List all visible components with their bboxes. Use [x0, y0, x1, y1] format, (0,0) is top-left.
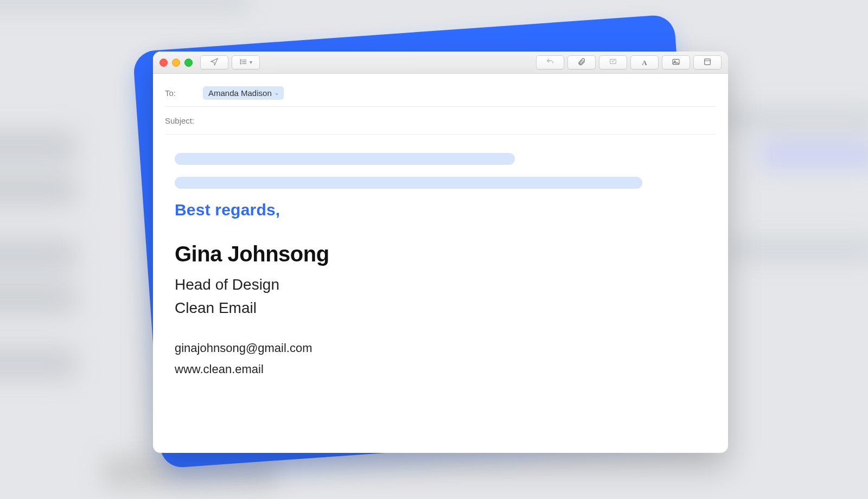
reply-button[interactable] [536, 55, 564, 69]
signature-email: ginajohnsong@gmail.com [175, 337, 706, 359]
compose-window: ▾ A [153, 52, 728, 453]
list-icon [239, 57, 248, 67]
to-field-row[interactable]: To: Amanda Madison ⌄ [165, 79, 716, 107]
close-button[interactable] [159, 59, 168, 67]
signature-company: Clean Email [175, 296, 706, 319]
svg-point-3 [240, 60, 241, 60]
attach-button[interactable] [567, 55, 596, 69]
paper-plane-icon [210, 57, 219, 67]
recipient-name: Amanda Madison [208, 88, 272, 98]
svg-rect-9 [705, 59, 711, 65]
send-button[interactable] [200, 55, 228, 69]
header-fields-menu[interactable]: ▾ [232, 55, 260, 69]
svg-point-5 [240, 63, 241, 64]
subject-label: Subject: [165, 116, 203, 125]
body-text-placeholder [175, 153, 515, 165]
window-titlebar: ▾ A [153, 52, 728, 74]
signature-name: Gina Johnsong [175, 242, 706, 266]
chevron-down-icon: ▾ [250, 60, 252, 65]
signature-website: www.clean.email [175, 359, 706, 380]
format-button[interactable]: A [630, 55, 659, 69]
signature-title: Head of Design [175, 273, 706, 296]
subject-input[interactable] [203, 116, 716, 126]
emoji-button[interactable] [693, 55, 722, 69]
body-text-placeholder [175, 177, 642, 189]
subject-field-row[interactable]: Subject: [165, 107, 716, 135]
recipient-chip[interactable]: Amanda Madison ⌄ [203, 86, 284, 100]
signoff-text: Best regards, [175, 201, 706, 219]
compose-header-fields: To: Amanda Madison ⌄ Subject: [153, 74, 728, 135]
svg-point-4 [240, 61, 241, 62]
format-a-icon: A [642, 59, 647, 66]
paperclip-icon [577, 57, 586, 67]
reply-icon [546, 57, 554, 67]
to-label: To: [165, 88, 203, 98]
zoom-button[interactable] [184, 59, 193, 67]
photo-button[interactable] [662, 55, 690, 69]
minimize-button[interactable] [172, 59, 180, 67]
compose-body[interactable]: Best regards, Gina Johnsong Head of Desi… [153, 135, 728, 453]
markup-button[interactable] [599, 55, 627, 69]
markup-icon [609, 57, 617, 67]
panel-icon [703, 57, 712, 67]
chevron-down-icon: ⌄ [274, 89, 279, 97]
window-controls [159, 59, 193, 67]
photo-icon [672, 57, 680, 67]
